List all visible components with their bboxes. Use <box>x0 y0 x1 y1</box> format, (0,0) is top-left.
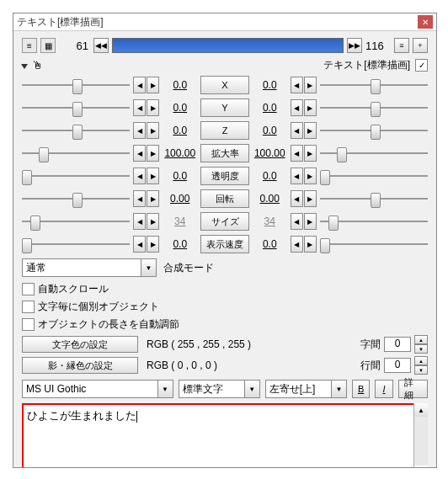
slider-表示速度-outer-left[interactable] <box>22 237 130 252</box>
value-right[interactable]: 100.00 <box>253 147 287 159</box>
inc-button[interactable]: ▶ <box>147 190 159 207</box>
font-select[interactable]: MS UI Gothic▼ <box>22 380 173 398</box>
dec-button[interactable]: ◀ <box>291 145 303 162</box>
value-right[interactable]: 0.0 <box>253 125 287 136</box>
value-left[interactable]: 100.00 <box>163 147 197 159</box>
inc-button[interactable]: ▶ <box>304 122 317 139</box>
dec-button[interactable]: ◀ <box>133 168 146 184</box>
line-spacing-up[interactable]: ▲ <box>414 356 428 365</box>
inc-button[interactable]: ▶ <box>147 77 159 93</box>
inc-button[interactable]: ▶ <box>147 213 159 230</box>
char-spacing-input[interactable]: 0 <box>384 337 411 352</box>
param-拡大率-button[interactable]: 拡大率 <box>200 144 248 162</box>
dec-button[interactable]: ◀ <box>133 122 146 139</box>
slider-X-outer-left[interactable] <box>22 77 130 93</box>
slider-回転-outer-left[interactable] <box>22 191 130 206</box>
text-color-button[interactable]: 文字色の設定 <box>22 336 138 353</box>
timeline-icon-1[interactable]: ≡ <box>22 38 37 53</box>
scroll-down-icon[interactable]: ▼ <box>414 466 428 467</box>
scroll-up-icon[interactable]: ▲ <box>414 403 428 417</box>
weight-select[interactable]: 標準文字▼ <box>179 380 260 398</box>
inc-button[interactable]: ▶ <box>304 168 317 184</box>
param-Y-button[interactable]: Y <box>200 98 248 117</box>
timeline-add-button[interactable]: + <box>413 38 428 53</box>
seek-end-button[interactable]: ▶▶ <box>347 38 362 53</box>
slider-サイズ-outer-right[interactable] <box>320 214 428 229</box>
slider-回転-outer-right[interactable] <box>320 191 428 206</box>
inc-button[interactable]: ▶ <box>304 145 317 162</box>
dec-button[interactable]: ◀ <box>133 213 146 230</box>
inc-button[interactable]: ▶ <box>304 77 317 93</box>
shadow-color-button[interactable]: 影・縁色の設定 <box>22 357 138 374</box>
timeline-icon-2[interactable]: ▦ <box>40 38 56 53</box>
timeline-track[interactable] <box>112 38 344 53</box>
inc-button[interactable]: ▶ <box>304 190 317 207</box>
dec-button[interactable]: ◀ <box>291 213 303 230</box>
slider-サイズ-outer-left[interactable] <box>22 214 130 229</box>
param-透明度-button[interactable]: 透明度 <box>200 167 248 185</box>
slider-透明度-outer-right[interactable] <box>320 168 428 184</box>
slider-X-outer-right[interactable] <box>320 77 428 93</box>
slider-透明度-outer-left[interactable] <box>22 168 130 184</box>
value-right[interactable]: 34 <box>253 216 287 227</box>
inc-button[interactable]: ▶ <box>147 145 159 162</box>
char-spacing-down[interactable]: ▼ <box>414 344 428 354</box>
dec-button[interactable]: ◀ <box>291 77 303 93</box>
value-left[interactable]: 34 <box>163 216 197 227</box>
char-spacing-up[interactable]: ▲ <box>414 335 428 344</box>
expand-icon[interactable] <box>21 64 28 69</box>
dec-button[interactable]: ◀ <box>291 236 303 253</box>
inc-button[interactable]: ▶ <box>147 236 159 253</box>
line-spacing-input[interactable]: 0 <box>384 358 411 373</box>
timeline-menu-button[interactable]: ≡ <box>394 38 409 53</box>
close-button[interactable]: ✕ <box>418 15 433 29</box>
value-left[interactable]: 0.0 <box>163 125 197 136</box>
slider-拡大率-outer-right[interactable] <box>320 146 428 161</box>
slider-Y-outer-left[interactable] <box>22 100 130 115</box>
param-回転-button[interactable]: 回転 <box>200 189 248 208</box>
dec-button[interactable]: ◀ <box>133 77 146 93</box>
bold-button[interactable]: B <box>352 380 370 398</box>
dec-button[interactable]: ◀ <box>133 145 146 162</box>
auto-length-checkbox[interactable] <box>22 318 35 331</box>
dec-button[interactable]: ◀ <box>133 236 146 253</box>
inc-button[interactable]: ▶ <box>147 168 159 184</box>
dec-button[interactable]: ◀ <box>291 168 303 184</box>
detail-button[interactable]: 詳細 <box>398 380 428 398</box>
value-right[interactable]: 0.0 <box>253 238 287 250</box>
param-表示速度-button[interactable]: 表示速度 <box>200 235 248 253</box>
value-left[interactable]: 0.0 <box>163 79 197 91</box>
value-left[interactable]: 0.00 <box>163 193 197 205</box>
inc-button[interactable]: ▶ <box>304 213 317 230</box>
inc-button[interactable]: ▶ <box>147 122 159 139</box>
dec-button[interactable]: ◀ <box>133 190 146 207</box>
text-scrollbar[interactable]: ▲ ▼ <box>413 403 428 467</box>
line-spacing-down[interactable]: ▼ <box>414 365 428 375</box>
inc-button[interactable]: ▶ <box>304 99 317 116</box>
value-left[interactable]: 0.0 <box>163 170 197 182</box>
per-char-checkbox[interactable] <box>22 301 35 313</box>
slider-Y-outer-right[interactable] <box>320 100 428 115</box>
inc-button[interactable]: ▶ <box>147 99 159 116</box>
italic-button[interactable]: I <box>375 380 392 398</box>
dec-button[interactable]: ◀ <box>133 99 146 116</box>
dec-button[interactable]: ◀ <box>291 122 303 139</box>
value-right[interactable]: 0.0 <box>253 102 287 114</box>
value-right[interactable]: 0.00 <box>253 193 287 205</box>
seek-start-button[interactable]: ◀◀ <box>93 38 109 53</box>
param-X-button[interactable]: X <box>200 76 248 94</box>
align-select[interactable]: 左寄せ[上]▼ <box>265 380 347 398</box>
value-right[interactable]: 0.0 <box>253 79 287 91</box>
inc-button[interactable]: ▶ <box>304 236 317 253</box>
text-input[interactable]: ひよこが生まれました ▲ ▼ <box>22 403 428 467</box>
value-left[interactable]: 0.0 <box>163 102 197 114</box>
dec-button[interactable]: ◀ <box>291 190 303 207</box>
effect-enable-checkbox[interactable]: ✓ <box>415 59 428 72</box>
param-Z-button[interactable]: Z <box>200 121 248 140</box>
value-left[interactable]: 0.0 <box>163 238 197 250</box>
slider-表示速度-outer-right[interactable] <box>320 237 428 252</box>
param-サイズ-button[interactable]: サイズ <box>200 212 248 231</box>
slider-拡大率-outer-left[interactable] <box>22 146 130 161</box>
value-right[interactable]: 0.0 <box>253 170 287 182</box>
auto-scroll-checkbox[interactable] <box>22 283 35 295</box>
